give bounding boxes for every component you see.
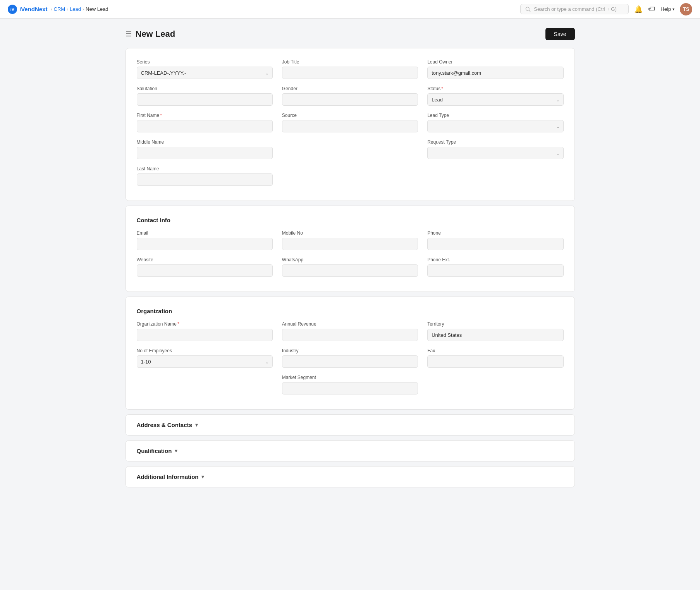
request-type-label: Request Type: [427, 139, 563, 145]
market-segment-input[interactable]: [282, 382, 418, 394]
col3: Lead Owner Status* Lead Lead Type: [427, 59, 563, 193]
notifications-icon[interactable]: 🔔: [634, 5, 643, 14]
address-contacts-section: Address & Contacts ▾: [126, 414, 575, 436]
status-label: Status*: [427, 86, 563, 91]
request-type-field: Request Type: [427, 139, 563, 159]
gender-label: Gender: [282, 86, 418, 91]
logo-icon: iV: [8, 5, 17, 14]
lead-owner-field: Lead Owner: [427, 59, 563, 79]
mobile-no-field: Mobile No: [282, 230, 418, 250]
lead-type-select-wrapper: [427, 120, 563, 132]
website-input[interactable]: [137, 264, 273, 277]
middle-name-input[interactable]: [137, 147, 273, 159]
industry-field: Industry: [282, 348, 418, 368]
topnav-right: Search or type a command (Ctrl + G) 🔔 🏷 …: [520, 3, 692, 15]
lead-type-field: Lead Type: [427, 113, 563, 132]
breadcrumb-crm[interactable]: CRM: [54, 6, 65, 12]
fax-label: Fax: [427, 348, 563, 353]
phone-ext-input[interactable]: [427, 264, 563, 277]
phone-label: Phone: [427, 230, 563, 236]
series-select-wrapper: CRM-LEAD-.YYYY.-: [137, 67, 273, 79]
help-button[interactable]: Help ▾: [660, 6, 674, 12]
last-name-label: Last Name: [137, 166, 273, 172]
chevron-down-icon: ▾: [672, 7, 674, 11]
status-select[interactable]: Lead: [427, 93, 563, 106]
no-employees-label: No of Employees: [137, 348, 273, 353]
source-input[interactable]: [282, 120, 418, 132]
email-field: Email: [137, 230, 273, 250]
contact-col3: Phone Phone Ext.: [427, 230, 563, 284]
salutation-field: Salutation: [137, 86, 273, 106]
org-col1: Organization Name* No of Employees 1-10: [137, 321, 273, 401]
app-logo[interactable]: iV iVendNext: [8, 5, 48, 14]
first-name-field: First Name*: [137, 113, 273, 132]
annual-revenue-field: Annual Revenue: [282, 321, 418, 341]
no-employees-select[interactable]: 1-10: [137, 355, 273, 368]
territory-label: Territory: [427, 321, 563, 327]
contact-col2: Mobile No WhatsApp: [282, 230, 418, 284]
contact-col1: Email Website: [137, 230, 273, 284]
phone-ext-field: Phone Ext.: [427, 257, 563, 277]
page-title-row: ☰ New Lead: [126, 29, 175, 39]
mobile-no-input[interactable]: [282, 238, 418, 250]
org-name-input[interactable]: [137, 329, 273, 341]
status-select-wrapper: Lead: [427, 93, 563, 106]
territory-input[interactable]: [427, 329, 563, 341]
breadcrumb-lead[interactable]: Lead: [70, 6, 81, 12]
job-title-label: Job Title: [282, 59, 418, 65]
chevron-down-icon: ▾: [201, 474, 204, 480]
industry-input[interactable]: [282, 355, 418, 368]
fax-input[interactable]: [427, 355, 563, 368]
salutation-input[interactable]: [137, 93, 273, 106]
annual-revenue-input[interactable]: [282, 329, 418, 341]
search-placeholder: Search or type a command (Ctrl + G): [534, 6, 617, 12]
whatsapp-label: WhatsApp: [282, 257, 418, 262]
series-select[interactable]: CRM-LEAD-.YYYY.-: [137, 67, 273, 79]
website-field: Website: [137, 257, 273, 277]
additional-info-header[interactable]: Additional Information ▾: [126, 467, 574, 487]
avatar[interactable]: TS: [680, 3, 692, 15]
search-bar[interactable]: Search or type a command (Ctrl + G): [520, 4, 629, 14]
email-input[interactable]: [137, 238, 273, 250]
qualification-header[interactable]: Qualification ▾: [126, 441, 574, 461]
last-name-input[interactable]: [137, 173, 273, 186]
page-title: New Lead: [136, 29, 175, 39]
request-type-select[interactable]: [427, 147, 563, 159]
phone-input[interactable]: [427, 238, 563, 250]
job-title-input[interactable]: [282, 67, 418, 79]
breadcrumb-new-lead: New Lead: [86, 6, 108, 12]
website-label: Website: [137, 257, 273, 262]
org-name-field: Organization Name*: [137, 321, 273, 341]
last-name-field: Last Name: [137, 166, 273, 186]
source-label: Source: [282, 113, 418, 118]
organization-title: Organization: [137, 308, 564, 314]
lead-owner-input[interactable]: [427, 67, 563, 79]
job-title-field: Job Title: [282, 59, 418, 79]
search-icon: [525, 7, 531, 12]
sidebar-toggle-icon[interactable]: ☰: [126, 30, 132, 38]
contact-info-card: Contact Info Email Website Mobile No: [126, 206, 575, 292]
lead-type-select[interactable]: [427, 120, 563, 132]
email-label: Email: [137, 230, 273, 236]
gender-field: Gender: [282, 86, 418, 106]
first-name-label: First Name*: [137, 113, 273, 118]
breadcrumb: › CRM › Lead › New Lead: [51, 6, 108, 12]
no-employees-field: No of Employees 1-10: [137, 348, 273, 368]
annual-revenue-label: Annual Revenue: [282, 321, 418, 327]
contact-info-grid: Email Website Mobile No WhatsApp: [137, 230, 564, 284]
industry-label: Industry: [282, 348, 418, 353]
address-contacts-header[interactable]: Address & Contacts ▾: [126, 415, 574, 435]
market-segment-label: Market Segment: [282, 375, 418, 380]
tags-icon[interactable]: 🏷: [648, 5, 655, 13]
page-header: ☰ New Lead Save: [126, 28, 575, 40]
first-name-input[interactable]: [137, 120, 273, 132]
whatsapp-input[interactable]: [282, 264, 418, 277]
org-name-label: Organization Name*: [137, 321, 273, 327]
gender-input[interactable]: [282, 93, 418, 106]
phone-ext-label: Phone Ext.: [427, 257, 563, 262]
save-button[interactable]: Save: [545, 28, 575, 40]
address-contacts-label: Address & Contacts: [137, 422, 192, 428]
chevron-down-icon: ▾: [175, 448, 177, 454]
additional-info-section: Additional Information ▾: [126, 466, 575, 487]
col2: Job Title Gender Source: [282, 59, 418, 193]
